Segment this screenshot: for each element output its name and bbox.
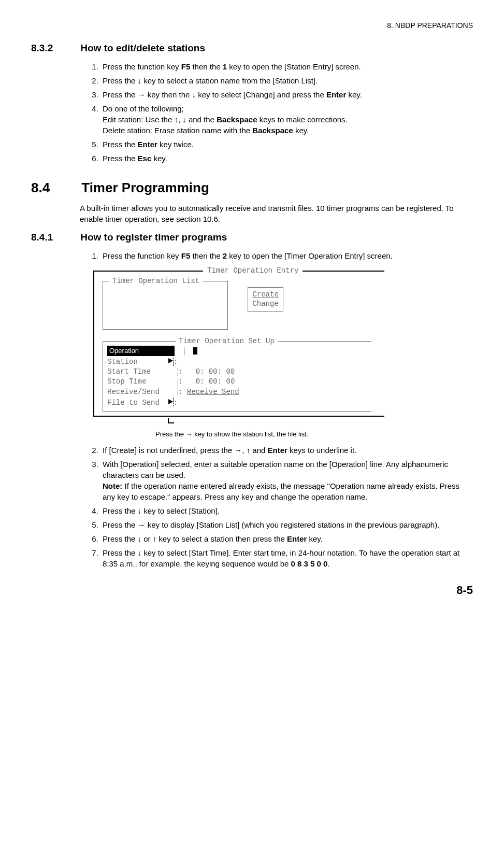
step: With [Operation] selected, enter a suita… — [100, 459, 473, 502]
fig-change: Change — [252, 300, 278, 308]
fig-list-title: Timer Operation List — [109, 276, 203, 287]
secnum: 8.4 — [31, 178, 78, 197]
page-header: 8. NBDP PREPARATIONS — [31, 21, 473, 31]
fig-list-box: Timer Operation List — [103, 281, 228, 330]
arrow-right-icon — [168, 398, 173, 408]
fig-row: File to Send — [107, 398, 168, 406]
step: If [Create] is not underlined, press the… — [100, 445, 473, 456]
step: Press the Enter key twice. — [100, 139, 473, 150]
steps-8-4-1: Press the function key F5 then the 2 key… — [31, 250, 473, 261]
step: Press the → key then the ↓ key to select… — [100, 89, 473, 100]
step: Do one of the following;Edit station: Us… — [100, 103, 473, 136]
sectitle: How to register timer programs — [80, 232, 227, 243]
fig-create: Create — [252, 290, 278, 299]
arrow-right-icon — [168, 357, 173, 367]
fig-row: Receive/Send — [107, 388, 172, 396]
steps-8-4-1-cont: If [Create] is not underlined, press the… — [31, 445, 473, 569]
fig-outer-title: Timer Operation Entry — [203, 266, 303, 276]
step: Press the function key F5 then the 2 key… — [100, 250, 473, 261]
fig-row: Stop Time — [107, 377, 172, 386]
step: Press the ↓ or ↑ key to select a station… — [100, 533, 473, 544]
steps-8-3-2: Press the function key F5 then the 1 key… — [31, 61, 473, 164]
step: Press the ↓ key to select [Start Time]. … — [100, 547, 473, 569]
step: Press the function key F5 then the 1 key… — [100, 61, 473, 72]
heading-8-4-1: 8.4.1 How to register timer programs — [31, 231, 473, 245]
chapter-label: 8. NBDP PREPARATIONS — [387, 21, 473, 30]
sectitle: Timer Programming — [81, 180, 209, 195]
figure-timer-entry: Timer Operation Entry Timer Operation Li… — [93, 271, 473, 427]
fig-caption: Press the → key to show the station list… — [155, 430, 473, 439]
heading-8-3-2: 8.3.2 How to edit/delete stations — [31, 41, 473, 55]
page-number: 8-5 — [31, 583, 473, 599]
fig-side-box: Create Change — [248, 287, 283, 311]
sectitle: How to edit/delete stations — [80, 42, 205, 53]
secnum: 8.4.1 — [31, 231, 78, 245]
secnum: 8.3.2 — [31, 41, 78, 55]
fig-setup-title: Timer Operation Set Up — [176, 336, 278, 347]
fig-setup-box: Timer Operation Set Up Operation Station… — [103, 341, 371, 412]
fig-row: Station — [107, 357, 168, 365]
step: Press the → key to display [Station List… — [100, 519, 473, 530]
cursor-icon — [193, 347, 197, 355]
fig-row: Start Time — [107, 367, 172, 376]
step: Press the ↓ key to select [Station]. — [100, 505, 473, 516]
fig-operation-hl: Operation — [107, 346, 175, 356]
heading-8-4: 8.4 Timer Programming — [31, 178, 473, 197]
intro-8-4: A built-in timer allows you to automatic… — [80, 203, 473, 224]
step: Press the Esc key. — [100, 153, 473, 164]
step: Press the ↓ key to select a station name… — [100, 75, 473, 86]
